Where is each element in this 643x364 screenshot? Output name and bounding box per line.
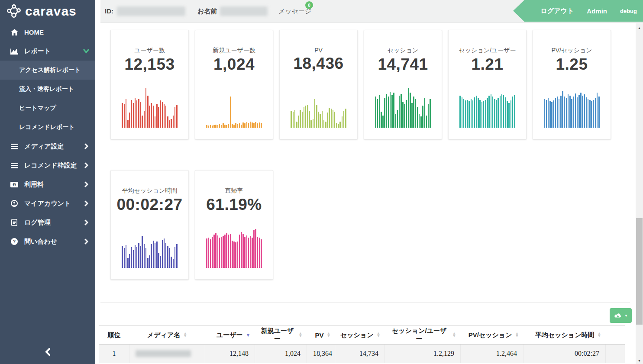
vertical-scrollbar[interactable]: ▲ ▼ — [636, 23, 643, 364]
sparkline-bar — [138, 243, 139, 268]
sparkline-bar — [298, 116, 299, 128]
value-cell: 1.2,464 — [461, 345, 523, 363]
sparkline-bar — [314, 99, 316, 128]
sparkline-bar — [320, 114, 321, 128]
table-header-cell[interactable]: 新規ユーザー▲▼ — [255, 326, 307, 345]
sidebar-item-media-settings[interactable]: メディア設定 — [0, 137, 95, 156]
sparkline-bar — [171, 257, 172, 268]
app-logo[interactable]: caravas — [0, 0, 95, 23]
submenu-item[interactable]: 流入・送客レポート — [0, 80, 95, 99]
sparkline-bar — [151, 103, 152, 128]
sparkline-bar — [173, 116, 174, 128]
logout-button[interactable]: ログアウト — [541, 7, 574, 15]
sparkline-bar — [310, 120, 312, 128]
column-label: 平均セッション時間 — [535, 331, 595, 339]
scrollbar-thumb[interactable] — [636, 218, 643, 325]
svg-text:1: 1 — [13, 183, 15, 186]
report-submenu: アクセス解析レポート流入・送客レポートヒートマップレコメンドレポート — [0, 61, 95, 137]
sparkline-bar — [171, 119, 172, 128]
sidebar-item-report[interactable]: レポート — [0, 42, 95, 61]
sparkline-bar — [153, 241, 154, 268]
caravas-logo-icon — [6, 3, 23, 19]
sparkline-bar — [136, 100, 138, 128]
sparkline-bar — [173, 259, 174, 268]
kpi-value: 1.21 — [449, 55, 526, 74]
table-header-cell[interactable]: PV/セッション▲▼ — [461, 326, 523, 345]
sort-icon: ▲▼ — [598, 332, 601, 337]
sparkline-bar — [331, 109, 332, 128]
sparkline-bar — [462, 97, 463, 128]
admin-link[interactable]: Admin — [587, 7, 607, 15]
sparkline-bar — [293, 112, 294, 128]
sparkline-bar — [122, 103, 123, 128]
chevron-right-icon — [83, 219, 89, 225]
sparkline-bar — [124, 104, 125, 128]
table-header-cell[interactable]: セッション▲▼ — [335, 326, 385, 345]
sidebar-item-log-management[interactable]: ログ管理 — [0, 213, 95, 232]
sparkline-bar — [165, 106, 167, 128]
sidebar-item-home[interactable]: HOME — [0, 23, 95, 42]
sparkline-bar — [404, 104, 405, 128]
sparkline-bar — [386, 94, 388, 128]
sidebar-item-fees[interactable]: 1 利用料 — [0, 175, 95, 194]
sparkline-bar — [578, 95, 580, 128]
sparkline-bar — [230, 234, 231, 268]
submenu-item[interactable]: ヒートマップ — [0, 99, 95, 118]
user-id-value-blurred — [117, 6, 185, 16]
submenu-item[interactable]: アクセス解析レポート — [0, 61, 95, 80]
money-icon: 1 — [9, 182, 20, 187]
sparkline-bar — [126, 245, 127, 268]
sparkline-bar — [124, 248, 125, 268]
submenu-item[interactable]: レコメンドレポート — [0, 118, 95, 137]
table-header-cell[interactable]: セッション/ユーザー▲▼ — [385, 326, 461, 345]
sparkline-bar — [307, 105, 308, 128]
sparkline-bar — [142, 236, 143, 268]
sparkline-bar — [339, 122, 341, 128]
sparkline-bar — [131, 247, 132, 268]
sidebar-item-label: メディア設定 — [24, 142, 83, 151]
sparkline-bar — [325, 122, 326, 128]
scroll-down-arrow[interactable]: ▼ — [636, 357, 643, 364]
sparkline-bar — [564, 97, 565, 128]
table-header-cell[interactable]: PV▲▼ — [307, 326, 335, 345]
kpi-value: 1,024 — [195, 55, 273, 74]
table-header-cell[interactable]: 直帰率▲▼ — [606, 326, 625, 345]
sparkline-bar — [577, 97, 578, 128]
sidebar-item-contact[interactable]: ? 問い合わせ — [0, 232, 95, 251]
chevron-right-icon — [83, 238, 89, 245]
scroll-up-arrow[interactable]: ▲ — [636, 24, 643, 31]
sparkline-bar — [411, 103, 413, 128]
column-label: 新規ユーザー — [259, 327, 296, 343]
sparkline-bar — [588, 99, 589, 128]
sparkline-bar — [318, 112, 319, 128]
sparkline-bar — [158, 107, 159, 128]
sidebar-item-recommend-settings[interactable]: レコメンド枠設定 — [0, 156, 95, 175]
download-button[interactable]: ▼ — [610, 308, 632, 323]
sparkline-bar — [223, 236, 224, 268]
sparkline-bar — [345, 109, 346, 128]
sparkline-bar — [169, 120, 170, 128]
sparkline-bar — [151, 244, 152, 268]
sparkline-bar — [133, 250, 134, 268]
sidebar-collapse-button[interactable] — [0, 343, 95, 361]
user-icon — [9, 200, 20, 207]
sparkline-bar — [428, 104, 429, 128]
kpi-title: 新規ユーザー数 — [195, 47, 273, 55]
sparkline-bar — [224, 235, 226, 268]
sparkline-bar — [309, 111, 310, 128]
table-header-cell: 順位 — [99, 326, 129, 345]
sparkline-bar — [582, 96, 583, 128]
table-header-cell[interactable]: メディア名▲▼ — [129, 326, 205, 345]
user-name-value-blurred — [220, 6, 268, 16]
kpi-sparkline-chart — [111, 88, 188, 128]
sparkline-bar — [399, 96, 400, 128]
debug-link[interactable]: debug — [620, 8, 637, 14]
sparkline-bar — [465, 100, 466, 128]
table-header-cell[interactable]: 平均セッション時間▲▼ — [523, 326, 606, 345]
messages-label[interactable]: メッセージ — [278, 7, 311, 16]
sidebar-item-my-account[interactable]: マイアカウント — [0, 194, 95, 213]
table-header-cell[interactable]: ユーザー▼ — [205, 326, 255, 345]
kpi-card: 直帰率61.19% — [195, 170, 273, 280]
sparkline-bar — [496, 100, 497, 128]
sparkline-bar — [158, 253, 159, 268]
